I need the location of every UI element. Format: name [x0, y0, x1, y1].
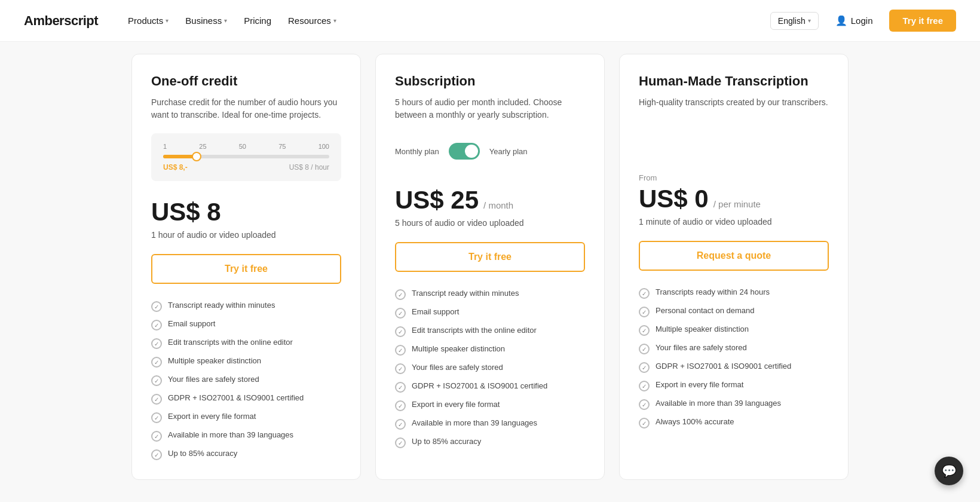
check-icon: ✓ — [151, 449, 162, 460]
slider-thumb[interactable] — [192, 152, 201, 161]
card-2-price: US$ 25 — [395, 186, 479, 215]
nav-right: English ▾ 👤 Login Try it free — [770, 10, 956, 32]
list-item: ✓Available in more than 39 languages — [395, 418, 585, 430]
list-item: ✓Email support — [395, 307, 585, 319]
toggle-knob — [465, 145, 478, 158]
list-item: ✓Edit transcripts with the online editor — [395, 326, 585, 337]
nav-pricing[interactable]: Pricing — [238, 12, 277, 29]
check-icon: ✓ — [639, 288, 650, 299]
pricing-main: One-off credit Purchase credit for the n… — [0, 42, 980, 502]
navbar: Amberscript Products ▾ Business ▾ Pricin… — [0, 0, 980, 42]
check-icon: ✓ — [639, 399, 650, 410]
language-selector[interactable]: English ▾ — [770, 12, 819, 30]
user-icon: 👤 — [835, 15, 847, 26]
card-3-desc: High-quality transcripts created by our … — [639, 96, 829, 109]
card-human-transcription: Human-Made Transcription High-quality tr… — [619, 54, 849, 480]
list-item: ✓Transcript ready within minutes — [151, 301, 341, 312]
check-icon: ✓ — [151, 375, 162, 386]
check-icon: ✓ — [639, 381, 650, 391]
card-1-title: One-off credit — [151, 74, 341, 89]
list-item: ✓Multiple speaker distinction — [395, 344, 585, 356]
monthly-plan-label: Monthly plan — [395, 147, 439, 156]
check-icon: ✓ — [639, 344, 650, 354]
card-3-period: / per minute — [713, 199, 761, 209]
check-icon: ✓ — [395, 400, 406, 411]
check-icon: ✓ — [395, 345, 406, 356]
slider-labels: US$ 8,- US$ 8 / hour — [163, 163, 329, 172]
card-2-price-desc: 5 hours of audio or video uploaded — [395, 218, 585, 228]
card-1-price-desc: 1 hour of audio or video uploaded — [151, 230, 341, 240]
card-1-features: ✓Transcript ready within minutes ✓Email … — [151, 301, 341, 460]
list-item: ✓GDPR + ISO27001 & ISO9001 certified — [151, 393, 341, 405]
card-2-price-block: US$ 25 / month 5 hours of audio or video… — [395, 181, 585, 228]
check-icon: ✓ — [395, 437, 406, 448]
check-icon: ✓ — [151, 357, 162, 368]
list-item: ✓Available in more than 39 languages — [639, 399, 829, 410]
card-1-price-block: US$ 8 1 hour of audio or video uploaded — [151, 193, 341, 240]
slider-ticks: 1 25 50 75 100 — [163, 143, 329, 150]
check-icon: ✓ — [395, 419, 406, 430]
list-item: ✓Export in every file format — [395, 400, 585, 411]
list-item: ✓Up to 85% accuracy — [151, 449, 341, 460]
card-1-desc: Purchase credit for the number of audio … — [151, 96, 341, 121]
list-item: ✓Your files are safely stored — [395, 363, 585, 374]
card-2-period: / month — [483, 200, 513, 210]
check-icon: ✓ — [151, 301, 162, 312]
list-item: ✓Edit transcripts with the online editor — [151, 338, 341, 349]
list-item: ✓Transcripts ready within 24 hours — [639, 287, 829, 299]
check-icon: ✓ — [639, 418, 650, 428]
card-2-cta[interactable]: Try it free — [395, 242, 585, 272]
list-item: ✓GDPR + ISO27001 & ISO9001 certified — [395, 381, 585, 393]
login-button[interactable]: 👤 Login — [828, 11, 880, 30]
slider-price: US$ 8,- — [163, 163, 188, 172]
nav-business[interactable]: Business ▾ — [179, 12, 233, 29]
card-3-spacer — [639, 121, 829, 169]
check-icon: ✓ — [395, 289, 406, 300]
list-item: ✓Up to 85% accuracy — [395, 437, 585, 448]
nav-products[interactable]: Products ▾ — [122, 12, 174, 29]
pricing-cards: One-off credit Purchase credit for the n… — [131, 54, 849, 480]
list-item: ✓Multiple speaker distinction — [151, 356, 341, 368]
check-icon: ✓ — [151, 412, 162, 423]
products-chevron-icon: ▾ — [166, 17, 169, 24]
billing-toggle[interactable] — [449, 143, 480, 160]
billing-toggle-container: Monthly plan Yearly plan — [395, 133, 585, 169]
nav-left: Amberscript Products ▾ Business ▾ Pricin… — [24, 12, 342, 29]
check-icon: ✓ — [151, 431, 162, 442]
price-from-label: From — [639, 173, 829, 182]
slider-unit: US$ 8 / hour — [289, 163, 329, 172]
check-icon: ✓ — [151, 338, 162, 349]
card-3-title: Human-Made Transcription — [639, 74, 829, 89]
check-icon: ✓ — [639, 325, 650, 336]
card-one-off-credit: One-off credit Purchase credit for the n… — [131, 54, 361, 480]
list-item: ✓Multiple speaker distinction — [639, 325, 829, 336]
business-chevron-icon: ▾ — [224, 17, 227, 24]
language-chevron-icon: ▾ — [808, 17, 811, 24]
list-item: ✓Your files are safely stored — [639, 343, 829, 354]
price-row: US$ 0 / per minute — [639, 185, 829, 213]
check-icon: ✓ — [639, 362, 650, 373]
check-icon: ✓ — [151, 320, 162, 330]
chat-icon: 💬 — [942, 464, 957, 478]
card-1-cta[interactable]: Try it free — [151, 254, 341, 284]
card-3-price: US$ 0 — [639, 185, 709, 213]
card-3-cta[interactable]: Request a quote — [639, 241, 829, 271]
card-subscription: Subscription 5 hours of audio per month … — [375, 54, 605, 480]
nav-resources[interactable]: Resources ▾ — [282, 12, 342, 29]
card-3-price-block: From US$ 0 / per minute 1 minute of audi… — [639, 169, 829, 226]
try-it-free-button[interactable]: Try it free — [889, 10, 956, 32]
list-item: ✓Your files are safely stored — [151, 375, 341, 386]
price-row: US$ 8 — [151, 198, 341, 226]
check-icon: ✓ — [395, 382, 406, 393]
chat-widget[interactable]: 💬 — [935, 457, 963, 485]
logo[interactable]: Amberscript — [24, 13, 98, 29]
card-2-features: ✓Transcript ready within minutes ✓Email … — [395, 289, 585, 448]
yearly-plan-label: Yearly plan — [489, 147, 528, 156]
nav-links: Products ▾ Business ▾ Pricing Resources … — [122, 12, 342, 29]
card-2-title: Subscription — [395, 74, 585, 89]
list-item: ✓Email support — [151, 319, 341, 330]
card-1-price: US$ 8 — [151, 198, 221, 226]
slider-track[interactable] — [163, 155, 329, 158]
list-item: ✓Export in every file format — [151, 412, 341, 423]
list-item: ✓Export in every file format — [639, 380, 829, 391]
